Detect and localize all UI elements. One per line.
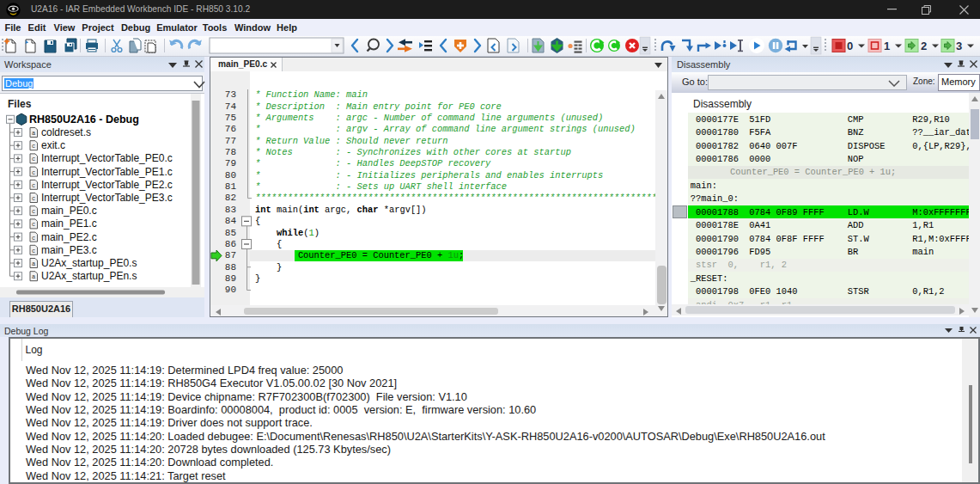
svg-text:1: 1 bbox=[884, 40, 890, 52]
svg-text:a: a bbox=[32, 273, 35, 280]
svg-text:c: c bbox=[32, 248, 35, 254]
svg-text:c: c bbox=[32, 221, 35, 228]
svg-text:a: a bbox=[32, 260, 35, 267]
svg-text:c: c bbox=[32, 182, 35, 189]
svg-text:c: c bbox=[32, 208, 35, 215]
svg-text:c: c bbox=[32, 143, 35, 150]
svg-text:a: a bbox=[32, 130, 35, 137]
svg-text:0: 0 bbox=[847, 40, 853, 52]
svg-text:3: 3 bbox=[956, 40, 962, 52]
svg-text:2: 2 bbox=[921, 40, 927, 52]
svg-text:c: c bbox=[32, 195, 35, 202]
svg-text:c: c bbox=[32, 156, 35, 162]
svg-text:c: c bbox=[32, 235, 35, 242]
svg-text:c: c bbox=[32, 169, 35, 176]
